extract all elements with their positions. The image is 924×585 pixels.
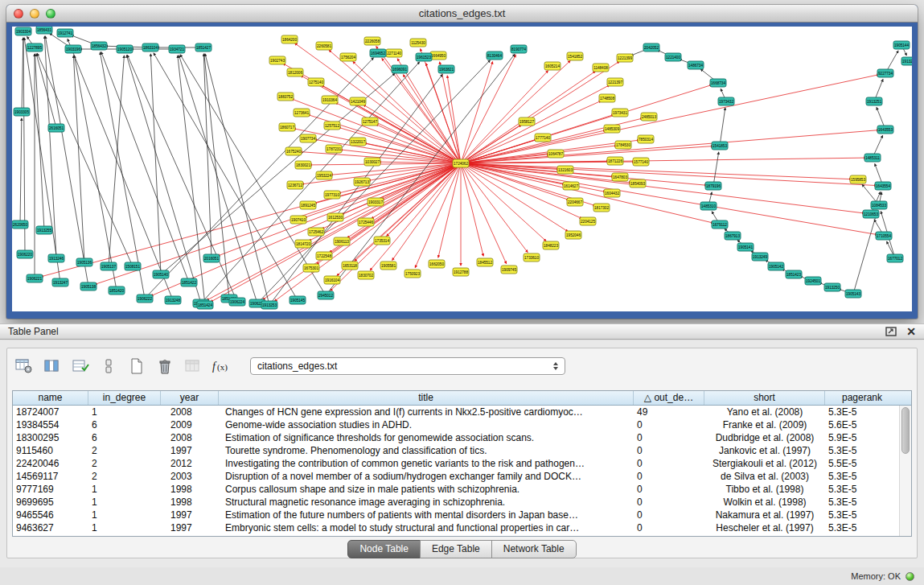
graph-edge[interactable]	[461, 163, 877, 235]
graph-node[interactable]: 1679112	[712, 220, 728, 229]
graph-node[interactable]: 1748508	[599, 94, 615, 102]
table-row[interactable]: 14569117 2 2003 Disruption of a novel me…	[13, 470, 899, 483]
graph-edge[interactable]	[461, 163, 852, 179]
graph-node[interactable]: 2620650	[12, 220, 28, 229]
graph-node[interactable]: 1508151	[125, 262, 141, 270]
graph-node[interactable]: 1973431	[612, 109, 628, 117]
graph-edge[interactable]	[720, 108, 725, 146]
zoom-window-button[interactable]	[46, 9, 55, 19]
table-row[interactable]: 9463627 1 1997 Embryonic stem cells: a m…	[13, 521, 899, 534]
graph-node[interactable]: 1605214	[544, 62, 561, 70]
graph-edge[interactable]	[35, 54, 44, 230]
function-builder-button[interactable]: f (x)	[211, 356, 232, 377]
graph-edge[interactable]	[179, 56, 257, 303]
table-row[interactable]: 19384554 6 2009 Genome-wide association …	[13, 418, 899, 431]
graph-node[interactable]: 1912788	[453, 268, 469, 276]
graph-node[interactable]: 1733610	[524, 253, 540, 262]
graph-edge[interactable]	[24, 38, 60, 282]
graph-node[interactable]: 1221397	[607, 78, 623, 86]
graph-node[interactable]: 1777140	[535, 134, 551, 142]
selected-rows-button[interactable]	[70, 356, 91, 377]
graph-node[interactable]: 1952046	[565, 231, 581, 239]
graph-node[interactable]: 1883752	[277, 93, 294, 101]
graph-node[interactable]: 1236712	[287, 181, 303, 189]
graph-edge[interactable]	[461, 85, 610, 163]
graph-node[interactable]: 1903317	[368, 198, 384, 206]
close-window-button[interactable]	[14, 9, 23, 19]
import-table-button[interactable]	[183, 356, 203, 377]
graph-node[interactable]: 1977310	[324, 191, 340, 199]
graph-node[interactable]: 1913249	[752, 253, 768, 261]
float-panel-button[interactable]	[885, 327, 897, 336]
graph-node[interactable]: 1725462	[308, 228, 324, 236]
graph-node[interactable]: 1694652	[370, 49, 386, 57]
graph-node[interactable]: 1913255	[36, 226, 52, 234]
graph-edge[interactable]	[20, 118, 22, 225]
graph-node[interactable]: 1273641	[294, 109, 310, 117]
column-header-out-degree[interactable]: △ out_de…	[634, 391, 704, 405]
graph-node[interactable]: 1905137	[101, 262, 117, 270]
graph-node[interactable]: 1221399	[617, 54, 633, 62]
graph-edge[interactable]	[37, 53, 133, 266]
graph-node[interactable]: 1851424	[197, 301, 213, 309]
graph-edge[interactable]	[101, 51, 189, 282]
graph-node[interactable]: 1421049	[350, 97, 366, 105]
graph-edge[interactable]	[294, 43, 461, 163]
graph-node[interactable]: 1814720	[295, 240, 311, 248]
graph-node[interactable]: 1710554	[876, 232, 892, 240]
graph-node[interactable]: 1724062	[453, 159, 469, 167]
graph-node[interactable]: 1664950	[430, 51, 446, 60]
graph-edge[interactable]	[461, 84, 712, 163]
graph-node[interactable]: 1845512	[477, 258, 493, 266]
graph-node[interactable]: 1851422	[181, 278, 197, 286]
graph-node[interactable]: 1756204	[340, 53, 356, 61]
table-row[interactable]: 22420046 2 2012 Investigating the contri…	[13, 457, 899, 470]
show-columns-button[interactable]	[42, 356, 63, 377]
table-row[interactable]: 18300295 6 2008 Estimation of significan…	[13, 431, 899, 444]
graph-edge[interactable]	[461, 163, 483, 256]
graph-edge[interactable]	[461, 55, 515, 163]
graph-edge[interactable]	[178, 56, 205, 305]
new-column-button[interactable]	[126, 356, 147, 377]
graph-edge[interactable]	[447, 76, 461, 163]
graph-node[interactable]: 2260581	[316, 42, 332, 50]
delete-column-button[interactable]	[154, 356, 175, 377]
graph-node[interactable]: 1906222	[137, 295, 153, 303]
graph-edge[interactable]	[322, 85, 461, 163]
graph-node[interactable]: 1064787	[548, 150, 564, 158]
tab-edge-table[interactable]: Edge Table	[420, 540, 492, 558]
graph-node[interactable]: 1604432	[604, 189, 620, 197]
column-header-pagerank[interactable]: pagerank	[825, 391, 899, 405]
graph-node[interactable]: 1725446	[358, 218, 374, 226]
graph-node[interactable]: 1860717	[279, 123, 295, 131]
graph-node[interactable]: 1851423	[786, 270, 802, 278]
graph-node[interactable]: 1485309	[604, 125, 620, 133]
graph-node[interactable]: 1905138	[80, 282, 97, 290]
graph-node[interactable]: 1675301	[303, 264, 319, 272]
graph-node[interactable]: 1854093	[630, 179, 646, 187]
graph-edge[interactable]	[22, 38, 23, 112]
graph-node[interactable]: 1830702	[358, 271, 374, 279]
graph-node[interactable]: 1879196	[705, 182, 721, 190]
graph-node[interactable]: 1913248	[165, 296, 181, 304]
table-row[interactable]: 18724007 1 2008 Changes of HCN gene expr…	[13, 406, 899, 418]
graph-node[interactable]: 1848223	[543, 241, 559, 249]
graph-edge[interactable]	[461, 163, 877, 186]
graph-node[interactable]: 1906224	[229, 298, 245, 306]
graph-node[interactable]: 1905120	[117, 45, 133, 53]
graph-edge[interactable]	[853, 212, 877, 294]
table-options-button[interactable]	[14, 356, 35, 377]
table-row[interactable]: 9115460 2 1997 Tourette syndrome. Phenom…	[13, 444, 899, 457]
graph-node[interactable]: 1485310	[700, 202, 717, 210]
graph-node[interactable]: 1913252	[901, 57, 912, 65]
column-header-short[interactable]: short	[704, 391, 825, 405]
graph-node[interactable]: 1871226	[607, 157, 623, 165]
graph-node[interactable]: 1612530	[327, 213, 343, 221]
graph-node[interactable]: 1891245	[300, 201, 316, 209]
graph-node[interactable]: 1905142	[768, 262, 784, 270]
graph-edge[interactable]	[74, 56, 117, 290]
graph-edge[interactable]	[203, 54, 211, 258]
graph-node[interactable]: 1907410	[290, 216, 306, 224]
graph-node[interactable]: 1595853	[850, 175, 866, 183]
graph-node[interactable]: 1735314	[374, 237, 390, 245]
